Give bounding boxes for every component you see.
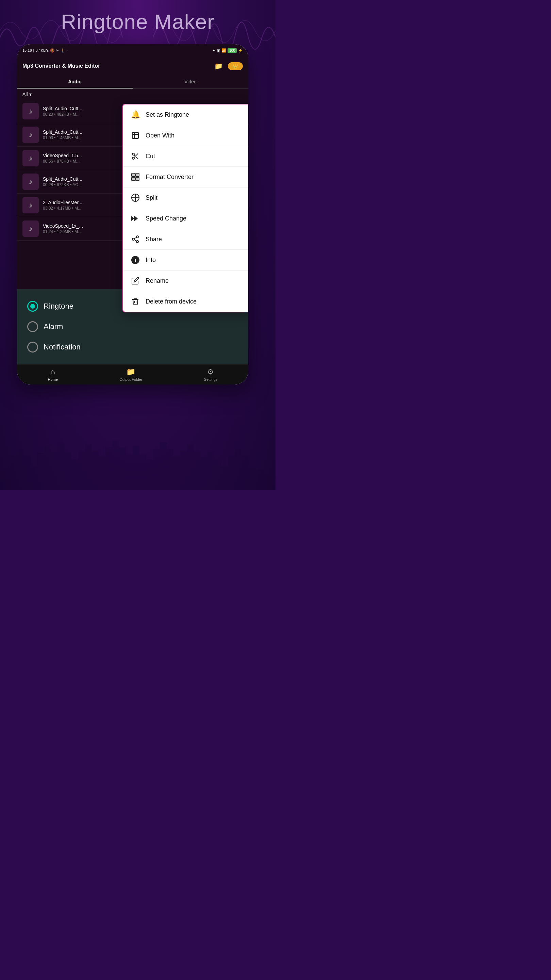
nav-label-home: Home xyxy=(48,377,58,382)
premium-button[interactable]: 👑 xyxy=(228,62,243,70)
filter-button[interactable]: All ▾ xyxy=(22,92,32,97)
nav-label-output-folder: Output Folder xyxy=(119,377,142,382)
status-battery: 100 xyxy=(227,48,237,53)
open-with-icon xyxy=(130,130,141,141)
speed-change-icon xyxy=(130,213,141,224)
svg-marker-14 xyxy=(134,216,138,221)
menu-item-format-converter[interactable]: Format Converter xyxy=(123,167,248,188)
menu-label-format-converter: Format Converter xyxy=(146,173,194,181)
nav-item-settings[interactable]: ⚙ Settings xyxy=(204,368,218,382)
nav-label-settings: Settings xyxy=(204,377,218,382)
split-icon xyxy=(130,192,141,203)
audio-info-1: Split_Audio_Cutt... 00:20 • 482KB • M... xyxy=(43,106,82,117)
status-charge-icon: ⚡ xyxy=(238,48,243,53)
tab-video[interactable]: Video xyxy=(133,76,248,89)
radio-circle-alarm xyxy=(27,321,38,332)
svg-point-17 xyxy=(137,240,138,243)
audio-info-3: VideoSpeed_1.5... 00:56 • 878KB • M... xyxy=(43,153,82,164)
folder-button[interactable]: 📁 xyxy=(212,60,224,72)
status-bar: 15:16 | 0.4KB/s 🔕 ✂ 🚶 · ✦ ▣ 📶 100 ⚡ xyxy=(17,44,248,56)
format-converter-icon xyxy=(130,172,141,182)
menu-label-cut: Cut xyxy=(146,153,155,160)
svg-point-22 xyxy=(135,258,136,258)
svg-rect-7 xyxy=(136,173,139,177)
svg-line-18 xyxy=(134,240,137,241)
svg-rect-6 xyxy=(132,173,135,177)
menu-item-share[interactable]: Share xyxy=(123,229,248,250)
menu-item-set-ringtone[interactable]: 🔔 Set as Ringtone xyxy=(123,105,248,125)
status-right: ✦ ▣ 📶 100 ⚡ xyxy=(212,48,243,53)
radio-item-notification[interactable]: Notification xyxy=(27,337,238,357)
menu-item-rename[interactable]: Rename xyxy=(123,270,248,291)
status-scissors-icon: ✂ xyxy=(56,48,59,53)
svg-rect-9 xyxy=(136,177,139,181)
audio-info-4: Split_Audio_Cutt... 00:28 • 672KB • AC..… xyxy=(43,176,82,187)
delete-icon xyxy=(130,296,141,307)
cut-icon xyxy=(130,151,141,162)
svg-line-5 xyxy=(134,155,135,156)
audio-meta-5: 03:02 • 4.17MB • M... xyxy=(43,206,82,211)
menu-label-split: Split xyxy=(146,194,157,202)
status-data: | xyxy=(33,48,34,52)
nav-item-home[interactable]: ⌂ Home xyxy=(48,368,58,382)
tabs: Audio Video xyxy=(17,76,248,89)
status-time: 15:16 xyxy=(22,48,32,52)
audio-thumb-2: ♪ xyxy=(22,127,39,143)
menu-label-set-ringtone: Set as Ringtone xyxy=(146,111,189,118)
audio-info-6: VideoSpeed_1x_... 01:24 • 1.29MB • M... xyxy=(43,223,83,234)
app-title: Ringtone Maker xyxy=(0,10,275,34)
audio-info-5: 2_AudioFilesMer... 03:02 • 4.17MB • M... xyxy=(43,200,82,211)
audio-name-4: Split_Audio_Cutt... xyxy=(43,176,82,182)
status-mute-icon: 🔕 xyxy=(50,48,55,53)
nav-item-output-folder[interactable]: 📁 Output Folder xyxy=(119,368,142,382)
audio-thumb-4: ♪ xyxy=(22,173,39,190)
audio-thumb-3: ♪ xyxy=(22,150,39,166)
app-header-title: Mp3 Converter & Music Editor xyxy=(22,63,100,69)
tab-audio[interactable]: Audio xyxy=(17,76,133,89)
audio-thumb-5: ♪ xyxy=(22,197,39,213)
svg-point-1 xyxy=(132,153,134,155)
svg-point-2 xyxy=(132,157,134,159)
audio-meta-3: 00:56 • 878KB • M... xyxy=(43,159,82,164)
menu-item-cut[interactable]: Cut xyxy=(123,146,248,167)
svg-point-16 xyxy=(132,238,134,240)
bottom-nav: ⌂ Home 📁 Output Folder ⚙ Settings xyxy=(17,364,248,385)
app-header: Mp3 Converter & Music Editor 📁 👑 xyxy=(17,56,248,76)
audio-meta-2: 01:03 • 1.46MB • M... xyxy=(43,135,82,140)
svg-line-4 xyxy=(136,157,138,159)
radio-item-alarm[interactable]: Alarm xyxy=(27,317,238,337)
menu-label-share: Share xyxy=(146,236,162,243)
rename-icon xyxy=(130,275,141,286)
ringtone-icon: 🔔 xyxy=(130,109,141,120)
status-speed: 0.4KB/s xyxy=(35,48,49,52)
audio-thumb-1: ♪ xyxy=(22,103,39,119)
audio-thumb-6: ♪ xyxy=(22,221,39,237)
radio-label-alarm: Alarm xyxy=(43,322,63,331)
svg-rect-0 xyxy=(132,132,138,138)
header-icons: 📁 👑 xyxy=(212,60,243,72)
info-icon xyxy=(130,255,141,266)
output-folder-icon: 📁 xyxy=(126,368,135,376)
menu-item-speed-change[interactable]: Speed Change xyxy=(123,208,248,229)
svg-marker-13 xyxy=(131,216,134,221)
audio-name-2: Split_Audio_Cutt... xyxy=(43,129,82,135)
menu-label-speed-change: Speed Change xyxy=(146,215,186,222)
status-bt-icon: ✦ xyxy=(212,48,215,53)
status-left: 15:16 | 0.4KB/s 🔕 ✂ 🚶 · xyxy=(22,48,68,53)
settings-icon: ⚙ xyxy=(207,368,214,376)
audio-name-3: VideoSpeed_1.5... xyxy=(43,153,82,158)
menu-item-delete[interactable]: Delete from device xyxy=(123,291,248,312)
menu-item-info[interactable]: Info xyxy=(123,250,248,270)
filter-label: All xyxy=(22,92,28,97)
status-sim-icon: ▣ xyxy=(217,48,220,53)
svg-rect-8 xyxy=(132,177,135,181)
share-icon xyxy=(130,234,141,245)
svg-point-15 xyxy=(137,236,138,238)
audio-meta-6: 01:24 • 1.29MB • M... xyxy=(43,229,83,234)
menu-label-rename: Rename xyxy=(146,277,169,285)
menu-item-open-with[interactable]: Open With xyxy=(123,125,248,146)
menu-item-split[interactable]: Split xyxy=(123,188,248,208)
audio-name-6: VideoSpeed_1x_... xyxy=(43,223,83,229)
home-icon: ⌂ xyxy=(51,368,55,376)
audio-info-2: Split_Audio_Cutt... 01:03 • 1.46MB • M..… xyxy=(43,129,82,140)
